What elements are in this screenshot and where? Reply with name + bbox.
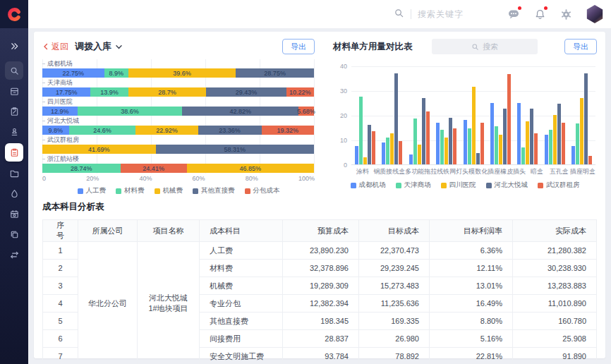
chart-search-input[interactable]: 搜索 — [432, 39, 538, 54]
bar-segment[interactable]: 24.41% — [121, 164, 187, 173]
bar[interactable] — [413, 119, 417, 164]
bar[interactable] — [468, 128, 471, 164]
bar[interactable] — [530, 109, 533, 164]
bar[interactable] — [476, 153, 480, 164]
sidebar-item-folder[interactable] — [5, 164, 23, 182]
bar[interactable] — [480, 123, 484, 165]
bar[interactable] — [444, 138, 448, 165]
bar[interactable] — [495, 126, 498, 164]
sidebar-item-clipboard-edit[interactable] — [5, 102, 23, 121]
bar[interactable] — [526, 121, 529, 164]
bar[interactable] — [562, 123, 565, 165]
bar-segment[interactable]: 28.74% — [42, 164, 121, 173]
sidebar-nav — [0, 28, 28, 364]
sidebar-item-stamp[interactable] — [5, 123, 23, 141]
bar[interactable] — [580, 98, 583, 165]
bar-segment[interactable]: 28.75% — [236, 68, 314, 78]
sidebar-item-archive[interactable] — [5, 82, 23, 100]
sidebar-item-expand[interactable] — [5, 37, 23, 55]
bar[interactable] — [534, 133, 538, 164]
bar-group — [436, 118, 456, 165]
sidebar-item-drop[interactable] — [5, 184, 23, 202]
bar[interactable] — [418, 145, 421, 164]
bar[interactable] — [436, 123, 440, 165]
table-cell: 93.784 — [283, 348, 359, 364]
bar[interactable] — [449, 118, 452, 165]
bar-segment[interactable]: 17.75% — [42, 87, 90, 97]
bar[interactable] — [553, 115, 557, 164]
export-button-left[interactable]: 导出 — [282, 39, 315, 54]
bar[interactable] — [355, 146, 358, 164]
bar[interactable] — [422, 98, 425, 165]
legend-item[interactable]: 天津商场 — [396, 181, 431, 190]
bell-icon[interactable] — [533, 8, 546, 20]
message-icon[interactable] — [507, 8, 520, 20]
bar-segment[interactable]: 12.9% — [42, 107, 78, 116]
bar[interactable] — [359, 97, 363, 164]
bar[interactable] — [426, 111, 430, 164]
bar[interactable] — [464, 120, 467, 164]
bar-segment[interactable]: 23.36% — [198, 126, 262, 135]
bar[interactable] — [557, 104, 561, 164]
bar[interactable] — [440, 130, 444, 164]
bar[interactable] — [363, 157, 367, 165]
bar[interactable] — [372, 131, 375, 164]
bar-segment[interactable]: 10.22% — [286, 87, 314, 97]
bar[interactable] — [545, 135, 548, 164]
legend-item[interactable]: 四川医院 — [441, 181, 476, 190]
table-cell: 13.01% — [430, 277, 513, 295]
bar-segment[interactable]: 41.69% — [42, 145, 156, 154]
export-button-right[interactable]: 导出 — [564, 39, 597, 54]
bar-segment[interactable]: 38.6% — [78, 107, 183, 116]
back-button[interactable]: 返回 — [42, 41, 68, 53]
sidebar-item-copy[interactable] — [5, 225, 23, 243]
bar[interactable] — [507, 74, 511, 164]
bar-segment[interactable]: 13.9% — [90, 87, 128, 97]
bar[interactable] — [576, 123, 579, 164]
copy-icon — [9, 229, 20, 240]
bar[interactable] — [453, 128, 456, 164]
legend-item[interactable]: 武汉群租房 — [538, 181, 580, 190]
bar-segment[interactable]: 22.75% — [42, 68, 104, 78]
app-logo[interactable] — [0, 0, 28, 28]
bar-segment[interactable]: 28.7% — [128, 87, 206, 97]
bar-segment[interactable]: 42.82% — [182, 107, 298, 116]
bar[interactable] — [394, 73, 398, 165]
gear-icon[interactable] — [559, 8, 572, 20]
legend-item[interactable]: 河北大悦城 — [486, 181, 528, 190]
sidebar-item-inventory[interactable] — [5, 143, 23, 162]
sidebar-item-transfer[interactable] — [5, 245, 23, 264]
bar-segment[interactable]: 19.32% — [262, 126, 314, 135]
sidebar-item-search[interactable] — [5, 61, 23, 80]
bar[interactable] — [549, 130, 552, 164]
chevron-down-icon[interactable] — [115, 43, 123, 51]
bar[interactable] — [472, 87, 476, 164]
bar[interactable] — [588, 156, 592, 164]
bar[interactable] — [584, 73, 588, 165]
bar[interactable] — [409, 154, 413, 164]
bar[interactable] — [499, 135, 502, 164]
legend-item[interactable]: 成都机场 — [351, 181, 386, 190]
bar[interactable] — [490, 103, 494, 165]
bar[interactable] — [517, 103, 521, 165]
bar[interactable] — [399, 141, 402, 164]
bar-segment[interactable]: 39.6% — [128, 68, 236, 78]
bar[interactable] — [503, 109, 507, 164]
bar-segment[interactable]: 9.8% — [42, 126, 69, 135]
bar[interactable] — [382, 142, 385, 165]
bar-segment[interactable]: 58.31% — [156, 145, 314, 154]
bar[interactable] — [386, 138, 389, 165]
bar[interactable] — [571, 146, 575, 164]
bar[interactable] — [390, 133, 394, 164]
bar-segment[interactable]: 5.68% — [298, 107, 314, 116]
bar[interactable] — [368, 125, 371, 164]
bar-segment[interactable]: 22.92% — [135, 126, 198, 135]
avatar[interactable] — [586, 5, 604, 23]
sidebar-item-schedule[interactable] — [5, 205, 23, 223]
global-search[interactable]: 搜索关键字 — [394, 8, 464, 21]
bar-segment[interactable]: 46.85% — [187, 164, 314, 173]
bar[interactable] — [521, 147, 525, 165]
bar-segment[interactable]: 8.9% — [104, 68, 128, 78]
bar-segment[interactable]: 29.43% — [206, 87, 286, 97]
bar-segment[interactable]: 24.6% — [69, 126, 136, 135]
